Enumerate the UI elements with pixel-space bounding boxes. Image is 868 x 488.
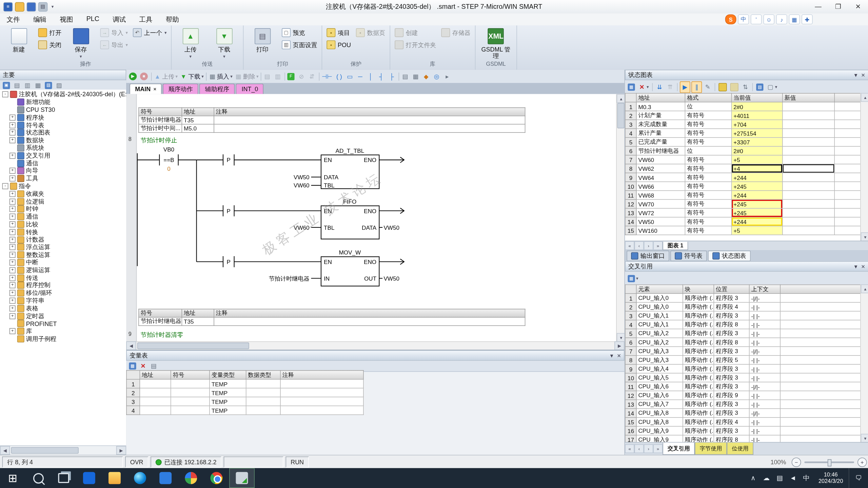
delete-chart-button[interactable]: ✕ [637, 82, 650, 93]
ladder-network-8[interactable]: VB0 ==B 0 P P P AD_T_TBL EN ENO VW50 DAT… [136, 147, 617, 290]
tree-expander-icon[interactable]: + [9, 237, 16, 243]
page-setup-button[interactable]: 页面设置 [280, 39, 319, 51]
protect-datapage-button[interactable]: 数据页 [354, 26, 387, 39]
block-operand[interactable]: 节拍计时继电器 [269, 275, 310, 282]
nav-view5-button[interactable]: ▧ [44, 80, 53, 90]
next-sheet-icon[interactable]: › [644, 444, 653, 453]
crossref-row[interactable]: 6CPU_输入2顺序动作 (... 程序段 8-| |- [625, 338, 861, 347]
variable-row[interactable]: 4 TEMP [126, 406, 363, 415]
tree-item[interactable]: 通信 [0, 159, 126, 167]
insert-row-button[interactable]: ▦ [128, 361, 137, 371]
menu-item[interactable]: 调试 [106, 15, 132, 24]
ime-toolbox-icon[interactable]: ✚ [802, 14, 813, 24]
previous-button[interactable]: 上一个 [131, 26, 168, 39]
force-read-button[interactable]: ⇅ [741, 82, 750, 93]
tree-expander-icon[interactable]: + [9, 267, 16, 273]
tab-status-chart[interactable]: 状态图表 [708, 250, 751, 261]
crossref-row[interactable]: 5CPU_输入2顺序动作 (... 程序段 3-| |- [625, 329, 861, 338]
scroll-left-icon[interactable]: ◀ [126, 341, 136, 350]
tree-expander-icon[interactable] [9, 336, 16, 342]
status-row[interactable]: 8VW62有符号 +4 [625, 164, 861, 173]
trend-view-button[interactable]: ▧ [755, 82, 765, 93]
tree-item[interactable]: + 通信 [0, 213, 126, 221]
edge-icon[interactable] [127, 468, 153, 488]
tree-item[interactable]: + 向导 [0, 167, 126, 175]
tree-expander-icon[interactable]: + [9, 282, 16, 288]
branch-down-button[interactable]: ├ [387, 71, 398, 82]
menu-item[interactable]: 编辑 [26, 15, 53, 24]
print-table-button[interactable]: ▤ [149, 361, 158, 371]
ime-mic-icon[interactable]: ♪ [776, 14, 787, 24]
tree-item[interactable]: + 状态图表 [0, 129, 126, 137]
tree-expander-icon[interactable]: + [9, 229, 16, 235]
menu-item[interactable]: 文件 [0, 15, 26, 24]
block-operand[interactable]: VW60 [294, 224, 310, 231]
scroll-right-icon[interactable]: ▶ [116, 446, 126, 455]
tree-item[interactable]: + 符号表 [0, 121, 126, 129]
status-row[interactable]: 13VW72有符号 +245 [625, 208, 861, 217]
tree-expander-icon[interactable] [9, 99, 16, 105]
step7-microwin-icon[interactable] [229, 468, 255, 488]
delete-row-button[interactable]: ✕ [138, 361, 148, 371]
comment-toggle-button[interactable]: ▤ [400, 71, 411, 82]
crossref-row[interactable]: 7CPU_输入3顺序动作 (... 程序段 3-|/|- [625, 347, 861, 355]
upload-button[interactable]: ▲上传 [153, 71, 179, 82]
close-icon[interactable]: ✕ [617, 353, 621, 358]
read-all-button[interactable]: ⇵ [307, 71, 318, 82]
tree-item[interactable]: - 指令 [0, 182, 126, 190]
symbol-row[interactable]: 节拍计时继电器T35 [139, 317, 525, 325]
insert-hline-button[interactable]: ─ [356, 71, 366, 82]
crossref-row[interactable]: 16CPU_输入9顺序动作 (... 程序段 3-| |- [625, 426, 861, 435]
p-contact[interactable]: P [227, 157, 231, 163]
first-sheet-icon[interactable]: « [625, 444, 634, 453]
element-filter-dropdown[interactable]: ▦ [627, 273, 639, 284]
zoom-out-icon[interactable]: − [792, 457, 801, 467]
zoom-slider-thumb[interactable] [828, 459, 831, 466]
block-title[interactable]: MOV_W [339, 249, 361, 256]
tree-expander-icon[interactable]: + [9, 290, 16, 296]
variable-row[interactable]: 2 TEMP [126, 388, 363, 397]
insert-coil-button[interactable]: ( ) [335, 71, 345, 82]
nav-view2-button[interactable]: ▤ [12, 80, 22, 90]
tray-volume-icon[interactable]: ◄ [786, 468, 800, 488]
tree-item[interactable]: + 位逻辑 [0, 198, 126, 205]
tree-expander-icon[interactable]: + [9, 206, 16, 212]
menu-item[interactable]: 工具 [133, 15, 159, 24]
tree-expander-icon[interactable] [9, 107, 16, 113]
maximize-button[interactable]: ❐ [828, 0, 848, 13]
crossref-row[interactable]: 4CPU_输入1顺序动作 (... 程序段 8-| |- [625, 320, 861, 329]
bookmark-button[interactable]: ◆ [421, 71, 432, 82]
tree-expander-icon[interactable]: - [2, 183, 8, 189]
ime-keyboard-icon[interactable]: ▦ [789, 14, 800, 24]
app-messenger-icon[interactable] [76, 468, 102, 488]
task-view-button[interactable] [51, 468, 76, 488]
scroll-up-icon[interactable]: ▲ [861, 93, 868, 102]
chart-sheet-tab[interactable]: 图表 1 [663, 242, 688, 250]
status-row[interactable]: 14VW50有符号 +244 [625, 217, 861, 226]
insert-box-button[interactable]: ▭ [345, 71, 356, 82]
tree-item[interactable]: + 逻辑运算 [0, 266, 126, 274]
tree-item[interactable]: + 交叉引用 [0, 152, 126, 160]
tree-horizontal-scrollbar[interactable]: ◀ ▶ [0, 445, 126, 455]
close-tab-icon[interactable]: × [153, 86, 156, 92]
library-memory-button[interactable]: 存储器 [439, 26, 472, 39]
crossref-row[interactable]: 17CPU_输入9顺序动作 (... 程序段 8-| |- [625, 435, 861, 443]
tree-expander-icon[interactable]: + [9, 176, 16, 182]
upload-button[interactable]: 上传 [174, 26, 206, 60]
variable-row[interactable]: 1 TEMP [126, 379, 363, 388]
crossref-row[interactable]: 1CPU_输入0顺序动作 (... 程序段 3-|/|- [625, 293, 861, 302]
app-colorful-icon[interactable] [178, 468, 204, 488]
tree-expander-icon[interactable]: + [9, 313, 16, 319]
tree-item[interactable]: + 转换 [0, 228, 126, 236]
tree-expander-icon[interactable]: + [9, 244, 16, 250]
compare-contact[interactable]: ==B [163, 157, 174, 163]
block-title[interactable]: AD_T_TBL [335, 147, 364, 154]
scroll-left-icon[interactable]: ◀ [0, 446, 10, 455]
tree-expander-icon[interactable] [9, 145, 16, 151]
last-sheet-icon[interactable]: » [653, 241, 663, 250]
status-row[interactable]: 11VW68有符号 +244 [625, 190, 861, 199]
save-button[interactable]: 保存 [65, 26, 97, 60]
taskbar-clock[interactable]: 10:46 2024/3/20 [813, 471, 849, 485]
insert-contact-button[interactable]: ⊣⊢ [320, 71, 334, 82]
symbol-row[interactable]: 节拍计时中间...M5.0 [139, 124, 525, 133]
